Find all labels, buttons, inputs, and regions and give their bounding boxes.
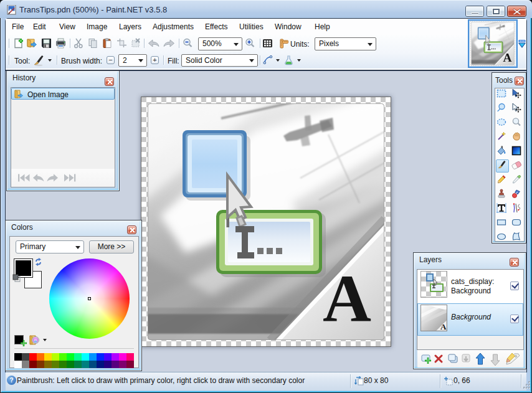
svg-text:A: A — [440, 322, 447, 331]
svg-text:A: A — [323, 262, 371, 336]
